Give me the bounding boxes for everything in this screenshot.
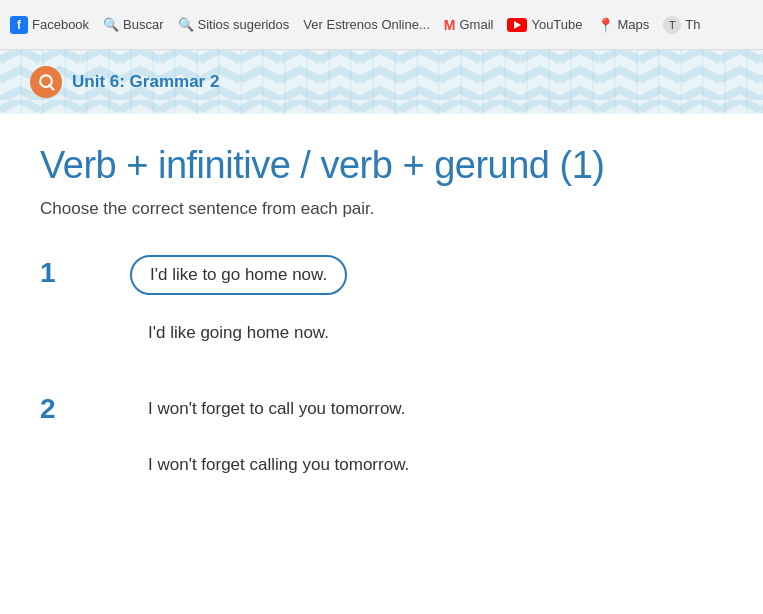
- estrenos-label: Ver Estrenos Online...: [303, 17, 429, 32]
- question-2-option-2[interactable]: I won't forget calling you tomorrow.: [130, 447, 427, 483]
- youtube-icon: [507, 18, 527, 32]
- question-1-option-1[interactable]: I'd like to go home now.: [130, 255, 347, 295]
- maps-label: Maps: [618, 17, 650, 32]
- buscar-bookmark[interactable]: 🔍 Buscar: [103, 17, 163, 32]
- exercise-main-title: Verb + infinitive / verb + gerund (1): [40, 144, 723, 187]
- youtube-bookmark[interactable]: YouTube: [507, 17, 582, 32]
- maps-bookmark[interactable]: 📍 Maps: [597, 17, 650, 33]
- maps-icon: 📍: [597, 17, 614, 33]
- facebook-icon: f: [10, 16, 28, 34]
- question-1-number: 1: [40, 257, 70, 289]
- other-bookmark[interactable]: T Th: [663, 16, 700, 34]
- unit-header: Unit 6: Grammar 2: [0, 50, 763, 114]
- gmail-icon: M: [444, 17, 456, 33]
- search-icon: 🔍: [103, 17, 119, 32]
- unit-logo: [30, 66, 62, 98]
- question-1-block: 1 I'd like to go home now. I'd like goin…: [40, 255, 723, 351]
- buscar-label: Buscar: [123, 17, 163, 32]
- question-2-option-1[interactable]: I won't forget to call you tomorrow.: [130, 391, 427, 427]
- facebook-label: Facebook: [32, 17, 89, 32]
- sitios-bookmark[interactable]: 🔍 Sitios sugeridos: [178, 17, 290, 32]
- sitios-icon: 🔍: [178, 17, 194, 32]
- sitios-label: Sitios sugeridos: [198, 17, 290, 32]
- other-icon: T: [663, 16, 681, 34]
- svg-line-2: [49, 85, 53, 89]
- other-label: Th: [685, 17, 700, 32]
- browser-toolbar: f Facebook 🔍 Buscar 🔍 Sitios sugeridos V…: [0, 0, 763, 50]
- youtube-label: YouTube: [531, 17, 582, 32]
- gmail-label: Gmail: [459, 17, 493, 32]
- q-logo-icon: [36, 72, 56, 92]
- question-2-block: 2 I won't forget to call you tomorrow. I…: [40, 391, 723, 483]
- question-2-options: I won't forget to call you tomorrow. I w…: [130, 391, 427, 483]
- question-2-number: 2: [40, 393, 70, 425]
- exercise-area: Verb + infinitive / verb + gerund (1) Ch…: [0, 114, 763, 553]
- question-1-option-2[interactable]: I'd like going home now.: [130, 315, 347, 351]
- question-1-options: I'd like to go home now. I'd like going …: [130, 255, 347, 351]
- gmail-bookmark[interactable]: M Gmail: [444, 17, 494, 33]
- estrenos-bookmark[interactable]: Ver Estrenos Online...: [303, 17, 429, 32]
- unit-title: Unit 6: Grammar 2: [72, 72, 219, 92]
- exercise-instruction: Choose the correct sentence from each pa…: [40, 199, 723, 219]
- facebook-bookmark[interactable]: f Facebook: [10, 16, 89, 34]
